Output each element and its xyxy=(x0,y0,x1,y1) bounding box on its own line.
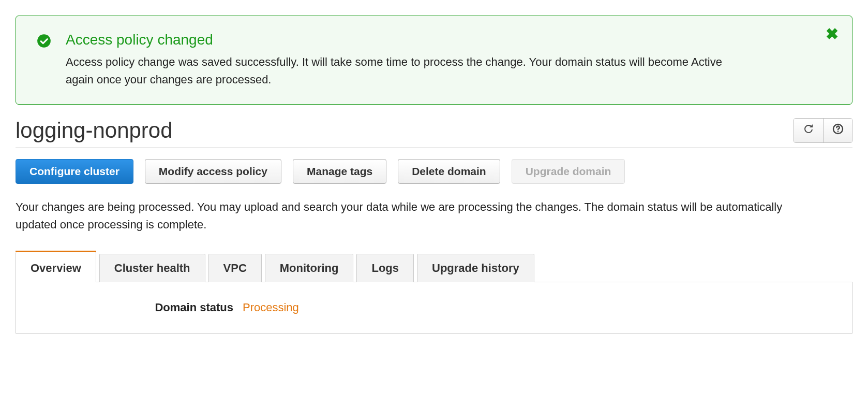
tab-vpc[interactable]: VPC xyxy=(208,254,262,282)
upgrade-domain-button: Upgrade domain xyxy=(512,159,625,184)
page-title: logging-nonprod xyxy=(16,118,173,143)
title-actions xyxy=(794,118,852,143)
svg-point-0 xyxy=(37,34,51,48)
manage-tags-button[interactable]: Manage tags xyxy=(293,159,386,184)
alert-success: Access policy changed Access policy chan… xyxy=(16,16,852,105)
help-icon xyxy=(832,123,844,138)
title-row: logging-nonprod xyxy=(16,118,852,148)
processing-status-text: Your changes are being processed. You ma… xyxy=(16,198,822,234)
tabs-container: Overview Cluster health VPC Monitoring L… xyxy=(16,252,852,334)
domain-status-value: Processing xyxy=(243,301,299,314)
tab-cluster-health[interactable]: Cluster health xyxy=(99,254,205,282)
tab-panel-overview: Domain status Processing xyxy=(16,282,852,334)
configure-cluster-button[interactable]: Configure cluster xyxy=(16,159,133,184)
alert-message: Access policy change was saved successfu… xyxy=(66,53,738,89)
check-circle-icon xyxy=(37,34,51,48)
help-button[interactable] xyxy=(823,119,852,142)
alert-body: Access policy changed Access policy chan… xyxy=(66,32,821,89)
svg-point-2 xyxy=(837,131,838,132)
tab-upgrade-history[interactable]: Upgrade history xyxy=(417,254,534,282)
modify-access-policy-button[interactable]: Modify access policy xyxy=(145,159,281,184)
alert-title: Access policy changed xyxy=(66,32,821,48)
refresh-button[interactable] xyxy=(794,119,823,142)
tab-monitoring[interactable]: Monitoring xyxy=(265,254,354,282)
refresh-icon xyxy=(802,123,815,138)
tab-logs[interactable]: Logs xyxy=(356,254,414,282)
delete-domain-button[interactable]: Delete domain xyxy=(398,159,500,184)
domain-status-row: Domain status Processing xyxy=(37,301,831,314)
close-icon[interactable]: ✖ xyxy=(826,26,839,42)
tab-list: Overview Cluster health VPC Monitoring L… xyxy=(16,252,852,282)
domain-status-label: Domain status xyxy=(37,301,233,314)
tab-overview[interactable]: Overview xyxy=(16,252,96,282)
action-button-row: Configure cluster Modify access policy M… xyxy=(16,159,852,184)
